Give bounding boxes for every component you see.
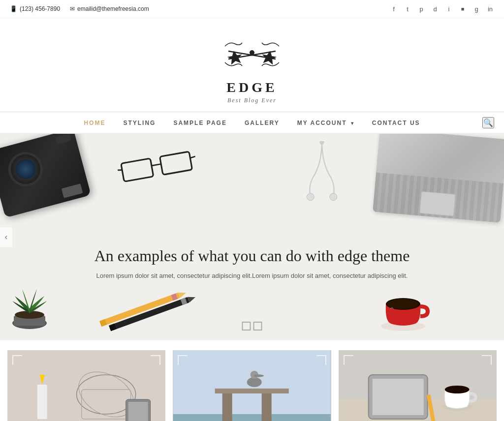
logo-area: EDGE Best Blog Ever [0,18,504,112]
svg-rect-45 [372,379,423,415]
email-icon: ✉ [70,5,75,12]
svg-line-7 [152,164,161,165]
laptop-item [376,134,504,232]
camera-grip [62,183,83,198]
social-links: f t p d i ■ g in [390,5,494,13]
nav-sample-page-link[interactable]: SAMPLE PAGE [164,116,235,130]
navigation: HOME STYLING SAMPLE PAGE GALLERY MY ACCO… [0,112,504,134]
dropdown-arrow: ▾ [351,120,354,126]
phone-icon: 📱 [10,5,17,12]
logo-subtitle: Best Blog Ever [227,97,277,104]
earphones-item [297,141,346,207]
hero-description: Lorem ipsum dolor sit amet, consectetur … [80,271,424,281]
dribbble-icon[interactable]: d [431,5,439,13]
svg-rect-32 [37,385,47,419]
hero-text: An examples of what you can do with edge… [80,247,424,281]
nav-gallery-link[interactable]: GALLERY [236,116,288,130]
svg-point-12 [319,141,324,145]
nav-contact-us[interactable]: CONTACT US [363,118,429,127]
nav-my-account-link[interactable]: MY ACCOUNT ▾ [288,116,363,130]
phone-number: (123) 456-7890 [20,5,60,12]
card-corner-tl [178,355,188,365]
camera-item [0,139,94,237]
card-corner-tr [482,355,492,365]
pinterest-icon[interactable]: p [417,5,425,13]
svg-rect-38 [222,390,232,421]
nav-links: HOME STYLING SAMPLE PAGE GALLERY MY ACCO… [75,112,429,133]
email-address: emailid@themefreesia.com [77,5,149,12]
card-3-objects [339,350,497,421]
svg-point-48 [444,386,469,393]
card-lifestyle[interactable]: LIFE STYLE [173,350,331,421]
laptop-body [373,134,504,223]
card-corner-tl [12,355,22,365]
nav-styling[interactable]: STYLING [114,118,164,127]
hero-section: ‹ [0,134,504,340]
plant-item [5,276,54,331]
nav-styling-link[interactable]: STYLING [114,116,164,130]
flickr-icon[interactable]: ■ [459,5,467,13]
svg-rect-40 [215,389,289,393]
laptop-trackpad [419,191,456,216]
camera-body [0,134,91,218]
svg-rect-35 [128,402,148,421]
top-bar-left: 📱 (123) 456-7890 ✉ emailid@themefreesia.… [10,5,149,12]
logo-svg [222,33,282,77]
nav-my-account[interactable]: MY ACCOUNT ▾ [288,118,363,127]
svg-point-10 [307,193,314,201]
facebook-icon[interactable]: f [390,5,398,13]
svg-rect-5 [121,158,154,181]
card-2-objects [173,350,331,421]
card-this-is-edge[interactable]: THIS IS EGDE [339,350,497,421]
linkedin-icon[interactable]: in [486,5,494,13]
card-3-background [339,350,497,421]
slider-dot-1[interactable] [242,322,251,331]
nav-home[interactable]: HOME [75,118,114,127]
camera-flash [55,134,71,145]
card-corner-tr [151,355,160,365]
email-info: ✉ emailid@themefreesia.com [70,5,149,12]
camera-lens [4,148,47,190]
card-corner-tr [316,355,326,365]
card-1-objects [7,350,165,421]
slider-dot-2[interactable] [253,322,262,331]
twitter-icon[interactable]: t [404,5,411,13]
svg-point-11 [330,193,337,201]
cards-section: ABOUT US [0,340,504,421]
svg-rect-6 [160,151,192,175]
card-corner-tl [344,355,353,365]
nav-home-link[interactable]: HOME [75,116,114,130]
coffee-item [376,279,430,335]
card-about-us[interactable]: ABOUT US [7,350,165,421]
svg-rect-37 [173,414,331,421]
hero-title: An examples of what you can do with edge… [80,247,424,265]
logo-graphic [220,28,284,82]
nav-gallery[interactable]: GALLERY [236,118,288,127]
slider-dots [242,322,262,331]
phone-info: 📱 (123) 456-7890 [10,5,60,12]
card-1-background [7,350,165,421]
card-2-background [173,350,331,421]
nav-contact-us-link[interactable]: CONTACT US [363,116,429,130]
svg-marker-18 [186,292,189,293]
slider-prev-button[interactable]: ‹ [0,227,12,247]
svg-marker-33 [40,375,45,385]
search-button[interactable]: 🔍 [482,117,494,128]
svg-rect-39 [262,390,272,421]
google-icon[interactable]: g [472,5,480,13]
instagram-icon[interactable]: i [445,5,453,13]
top-bar: 📱 (123) 456-7890 ✉ emailid@themefreesia.… [0,0,504,18]
svg-rect-31 [82,390,131,419]
nav-sample-page[interactable]: SAMPLE PAGE [164,118,235,127]
